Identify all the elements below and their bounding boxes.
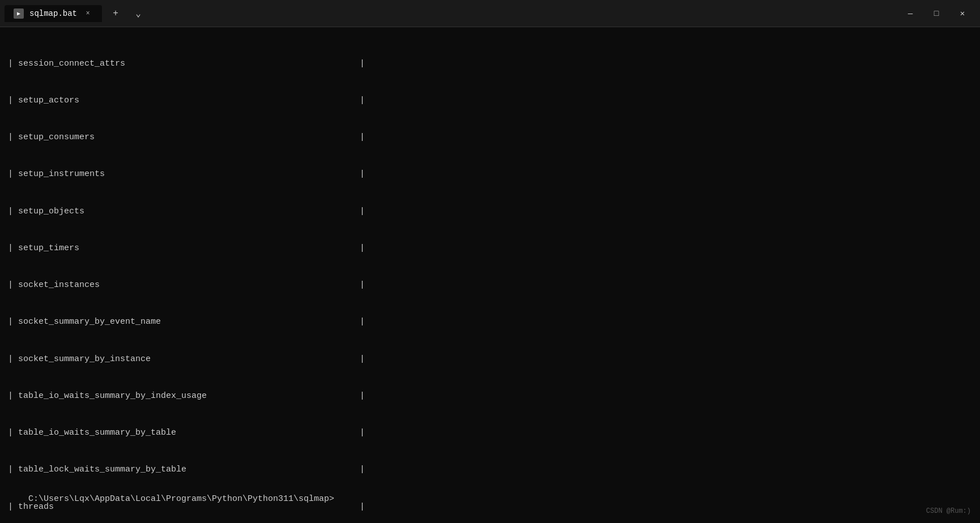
terminal-line-8: | socket_summary_by_event_name | — [8, 316, 972, 328]
terminal-line-11: | table_io_waits_summary_by_table | — [8, 427, 972, 439]
terminal-line-4: | setup_instruments | — [8, 168, 972, 181]
window-controls: — □ ✕ — [897, 0, 975, 27]
tab-icon: ▶ — [14, 8, 24, 19]
terminal-line-3: | setup_consumers | — [8, 131, 972, 144]
terminal-body: | session_connect_attrs | | setup_actors… — [0, 27, 980, 523]
prompt-line: C:\Users\Lqx\AppData\Local\Programs\Pyth… — [8, 481, 334, 517]
new-tab-button[interactable]: + — [106, 5, 125, 23]
terminal-line-7: | socket_instances | — [8, 279, 972, 291]
dropdown-button[interactable]: ⌄ — [129, 5, 147, 23]
close-button[interactable]: ✕ — [949, 0, 975, 27]
terminal-line-10: | table_io_waits_summary_by_index_usage … — [8, 390, 972, 402]
watermark: CSDN @Rum:) — [926, 507, 971, 516]
terminal-line-9: | socket_summary_by_instance | — [8, 353, 972, 366]
prompt-text: C:\Users\Lqx\AppData\Local\Programs\Pyth… — [28, 494, 334, 504]
title-bar-actions: + ⌄ — [106, 5, 147, 23]
terminal-line-5: | setup_objects | — [8, 205, 972, 218]
terminal-line-1: | session_connect_attrs | — [8, 58, 972, 70]
terminal-line-12: | table_lock_waits_summary_by_table | — [8, 464, 972, 476]
tab-sqlmap[interactable]: ▶ sqlmap.bat × — [5, 5, 102, 22]
tab-title: sqlmap.bat — [29, 9, 77, 18]
minimize-button[interactable]: — — [897, 0, 923, 27]
terminal-line-2: | setup_actors | — [8, 95, 972, 107]
maximize-button[interactable]: □ — [923, 0, 949, 27]
title-bar: ▶ sqlmap.bat × + ⌄ — □ ✕ — [0, 0, 980, 27]
terminal-line-6: | setup_timers | — [8, 242, 972, 255]
tab-close-button[interactable]: × — [83, 8, 93, 19]
